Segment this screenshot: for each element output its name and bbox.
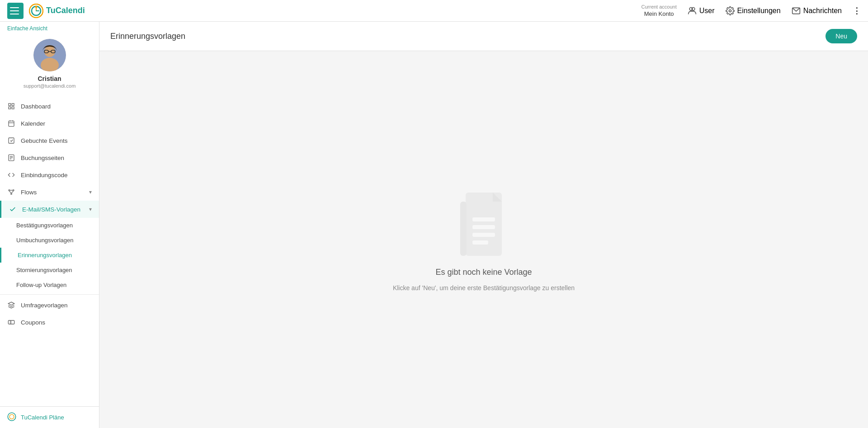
check-icon [9,205,17,213]
svg-point-41 [9,414,14,419]
file-icon [7,154,15,162]
bestaetigungsvorlagen-label: Bestätigungsvorlagen [16,222,73,229]
sidebar-item-buchungsseiten[interactable]: Buchungsseiten [0,149,99,166]
page-title: Erinnerungsvorlagen [110,32,185,41]
sidebar-item-dashboard[interactable]: Dashboard [0,98,99,115]
sidebar-bottom: TuCalendi Pläne [0,406,99,428]
settings-icon [726,6,735,15]
sidebar-subitem-followup-vorlagen[interactable]: Follow-up Vorlagen [0,277,99,292]
svg-rect-16 [12,103,14,106]
account-nav-item[interactable]: Current account Mein Konto [642,4,677,17]
sidebar-item-gebuchte-events-label: Gebuchte Events [21,137,68,144]
email-sms-chevron-icon: ▾ [89,206,92,212]
empty-subtitle: Klicke auf 'Neu', um deine erste Bestäti… [393,284,575,292]
logo-area[interactable]: TuCalendi [29,4,85,18]
profile-email: support@tucalendi.com [24,83,76,89]
sidebar-item-coupons-label: Coupons [21,319,45,326]
main-layout: Einfache Ansicht Cristian support@tuc [0,22,868,428]
sidebar-item-flows[interactable]: Flows ▾ [0,183,99,201]
svg-rect-17 [9,107,11,109]
svg-rect-48 [460,202,467,256]
navbar-left: TuCalendi [7,3,85,19]
svg-point-29 [13,190,14,191]
layers-icon [7,301,15,309]
flows-chevron-icon: ▾ [89,189,92,195]
followup-vorlagen-label: Follow-up Vorlagen [16,282,66,288]
profile-name: Cristian [38,75,61,82]
umbuchungsvorlagen-label: Umbuchungsvorlagen [16,237,73,244]
sidebar-item-coupons[interactable]: Coupons [0,314,99,331]
sidebar-item-kalender-label: Kalender [21,120,45,127]
svg-point-7 [729,9,731,12]
svg-rect-45 [472,233,495,237]
sidebar-item-email-sms-vorlagen[interactable]: E-Mail/SMS-Vorlagen ▾ [0,201,99,218]
account-sublabel: Current account [642,4,677,9]
svg-rect-46 [472,240,488,245]
user-nav-item[interactable]: User [688,6,715,15]
content-header: Erinnerungsvorlagen Neu [99,22,868,51]
sidebar-divider [0,294,99,295]
svg-point-30 [11,193,12,195]
sidebar-item-dashboard-label: Dashboard [21,103,51,110]
sidebar-subitem-erinnerungsvorlagen[interactable]: Erinnerungsvorlagen [0,248,99,263]
svg-line-33 [11,191,14,193]
sidebar-item-umfragevorlagen-label: Umfragevorlagen [21,302,68,309]
einfache-ansicht-link[interactable]: Einfache Ansicht [0,22,99,33]
empty-state: Es gibt noch keine Vorlage Klicke auf 'N… [99,51,868,428]
svg-rect-18 [12,107,14,109]
svg-rect-43 [472,217,495,221]
sidebar-item-umfragevorlagen[interactable]: Umfragevorlagen [0,296,99,314]
check-square-icon [7,136,15,145]
tucalendi-plans-label: TuCalendi Pläne [21,414,64,421]
sidebar-subitem-umbuchungsvorlagen[interactable]: Umbuchungsvorlagen [0,233,99,248]
flows-icon [7,188,15,196]
code-icon [7,171,15,179]
navbar: TuCalendi Current account Mein Konto Use… [0,0,868,22]
hamburger-icon [10,5,21,16]
svg-point-40 [8,413,16,421]
messages-nav-item[interactable]: Nachrichten [792,6,842,15]
navbar-right: Current account Mein Konto User Einstell… [642,4,861,17]
mail-icon [792,6,801,15]
settings-nav-item[interactable]: Einstellungen [726,6,781,15]
sidebar-item-flows-label: Flows [21,189,37,196]
grid-icon [7,102,15,110]
avatar [33,39,66,71]
sidebar-subitem-stornierungsvorlagen[interactable]: Stornierungsvorlagen [0,263,99,277]
sidebar-item-gebuchte-events[interactable]: Gebuchte Events [0,132,99,149]
empty-title: Es gibt noch keine Vorlage [435,268,532,277]
tucalendi-plans-link[interactable]: TuCalendi Pläne [7,412,92,423]
messages-label: Nachrichten [803,7,842,15]
svg-marker-34 [8,302,14,305]
user-label: User [699,7,715,15]
logo-text: TuCalendi [46,6,85,15]
svg-line-32 [9,191,11,193]
logo-icon [29,4,43,18]
svg-rect-23 [9,138,14,143]
hamburger-button[interactable] [7,3,24,19]
neu-button[interactable]: Neu [826,29,857,43]
content-area: Erinnerungsvorlagen Neu Es gibt noch kei… [99,22,868,428]
stornierungsvorlagen-label: Stornierungsvorlagen [16,267,72,273]
sidebar-profile: Cristian support@tucalendi.com [0,33,99,96]
coupon-icon [7,318,15,326]
more-options-icon[interactable]: ⋮ [853,6,861,16]
svg-point-28 [9,190,10,191]
svg-rect-42 [466,193,502,256]
settings-label: Einstellungen [737,7,781,15]
sidebar: Einfache Ansicht Cristian support@tuc [0,22,99,428]
account-label: Mein Konto [644,10,674,17]
svg-rect-19 [9,121,14,127]
svg-rect-15 [9,103,11,106]
sidebar-item-email-sms-label: E-Mail/SMS-Vorlagen [22,206,80,213]
sidebar-subitem-bestaetigungsvorlagen[interactable]: Bestätigungsvorlagen [0,218,99,233]
sidebar-item-kalender[interactable]: Kalender [0,115,99,132]
user-icon [688,6,697,15]
sidebar-item-einbindungscode-label: Einbindungscode [21,172,68,179]
tucalendi-plans-icon [7,412,16,423]
sidebar-item-einbindungscode[interactable]: Einbindungscode [0,166,99,183]
svg-rect-44 [472,225,495,229]
sidebar-nav: Dashboard Kalender [0,96,99,406]
empty-state-icon [452,188,515,260]
sidebar-item-buchungsseiten-label: Buchungsseiten [21,155,64,161]
